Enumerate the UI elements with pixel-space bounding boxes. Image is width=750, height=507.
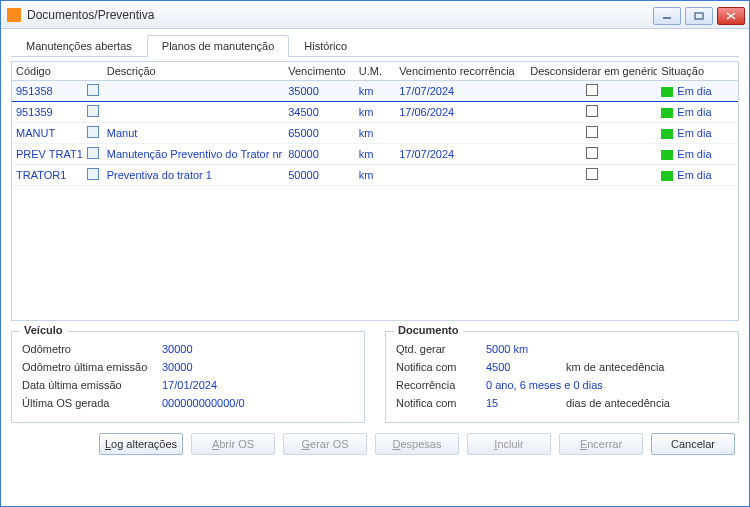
document-icon [87,126,99,138]
notifica-km-value: 4500 [486,361,536,373]
data-ult-emissao-label: Data última emissão [22,379,162,391]
cell-situacao: Em dia [657,123,738,144]
odometro-value: 30000 [162,343,193,355]
tab-manutencoes-abertas[interactable]: Manutenções abertas [11,35,147,56]
close-button[interactable] [717,7,745,25]
col-venc-recorrencia[interactable]: Vencimento recorrência [395,62,526,81]
log-alteracoes-button[interactable]: Log alterações [99,433,183,455]
abrir-os-button[interactable]: Abrir OS [191,433,275,455]
cell-doc-icon[interactable] [83,165,103,186]
col-vencimento[interactable]: Vencimento [284,62,355,81]
cell-recorrencia [395,123,526,144]
cell-codigo: 951358 [12,81,83,102]
odometro-ult-emissao-label: Odômetro última emissão [22,361,162,373]
app-window: Documentos/Preventiva Manutenções aberta… [0,0,750,507]
col-desconsiderar[interactable]: Desconsiderar em genérico [526,62,657,81]
status-indicator-icon [661,108,673,118]
cell-descricao: Manutenção Preventivo do Trator nr 1 [103,144,285,165]
tab-historico[interactable]: Histórico [289,35,362,56]
ultima-os-label: Última OS gerada [22,397,162,409]
col-um[interactable]: U.M. [355,62,395,81]
cell-desconsiderar[interactable] [526,123,657,144]
document-icon [87,84,99,96]
cell-um: km [355,123,395,144]
cell-descricao [103,81,285,102]
col-descricao[interactable]: Descrição [103,62,285,81]
panel-documento: Documento Qtd. gerar 5000 km Notifica co… [385,331,739,423]
notifica-km-suffix: km de antecedência [566,361,664,373]
table-row[interactable]: PREV TRAT1Manutenção Preventivo do Trato… [12,144,738,165]
document-icon [87,168,99,180]
odometro-label: Odômetro [22,343,162,355]
cell-situacao: Em dia [657,102,738,123]
cell-desconsiderar[interactable] [526,144,657,165]
encerrar-button[interactable]: Encerrar [559,433,643,455]
cell-situacao: Em dia [657,81,738,102]
odometro-ult-emissao-value: 30000 [162,361,193,373]
notifica-km-label: Notifica com [396,361,486,373]
despesas-button[interactable]: Despesas [375,433,459,455]
ultima-os-value: 000000000000/0 [162,397,245,409]
incluir-button[interactable]: Incluir [467,433,551,455]
cell-descricao: Preventiva do trator 1 [103,165,285,186]
titlebar: Documentos/Preventiva [1,1,749,29]
cell-doc-icon[interactable] [83,123,103,144]
cell-doc-icon[interactable] [83,102,103,123]
checkbox-icon[interactable] [586,168,598,180]
document-icon [87,105,99,117]
cell-situacao: Em dia [657,165,738,186]
cell-desconsiderar[interactable] [526,165,657,186]
window-title: Documentos/Preventiva [27,8,154,22]
minimize-button[interactable] [653,7,681,25]
status-indicator-icon [661,87,673,97]
panel-veiculo: Veículo Odômetro 30000 Odômetro última e… [11,331,365,423]
notifica-dias-label: Notifica com [396,397,486,409]
cell-vencimento: 34500 [284,102,355,123]
table-row[interactable]: TRATOR1Preventiva do trator 150000kmEm d… [12,165,738,186]
grid[interactable]: Código Descrição Vencimento U.M. Vencime… [11,61,739,321]
cell-desconsiderar[interactable] [526,102,657,123]
checkbox-icon[interactable] [586,126,598,138]
recorrencia-value: 0 ano, 6 meses e 0 dias [486,379,603,391]
cell-recorrencia [395,165,526,186]
maximize-button[interactable] [685,7,713,25]
notifica-dias-suffix: dias de antecedência [566,397,670,409]
cell-codigo: MANUT [12,123,83,144]
checkbox-icon[interactable] [586,147,598,159]
tab-planos-manutencao[interactable]: Planos de manutenção [147,35,290,57]
table-row[interactable]: 95135835000km17/07/2024Em dia [12,81,738,102]
cell-codigo: 951359 [12,102,83,123]
cancelar-button[interactable]: Cancelar [651,433,735,455]
col-situacao[interactable]: Situação [657,62,738,81]
cell-recorrencia: 17/07/2024 [395,144,526,165]
cell-recorrencia: 17/07/2024 [395,81,526,102]
cell-um: km [355,81,395,102]
svg-rect-1 [695,13,703,19]
table-row[interactable]: MANUTManut65000kmEm dia [12,123,738,144]
status-indicator-icon [661,150,673,160]
cell-vencimento: 35000 [284,81,355,102]
footer: Log alterações Abrir OS Gerar OS Despesa… [11,423,739,459]
status-indicator-icon [661,129,673,139]
cell-desconsiderar[interactable] [526,81,657,102]
checkbox-icon[interactable] [586,84,598,96]
cell-vencimento: 80000 [284,144,355,165]
minimize-icon [662,12,672,20]
col-codigo[interactable]: Código [12,62,83,81]
cell-descricao [103,102,285,123]
tabs: Manutenções abertas Planos de manutenção… [11,35,739,57]
table-row[interactable]: 95135934500km17/06/2024Em dia [12,102,738,123]
close-icon [726,12,736,20]
cell-doc-icon[interactable] [83,81,103,102]
qtd-gerar-label: Qtd. gerar [396,343,486,355]
cell-situacao: Em dia [657,144,738,165]
cell-recorrencia: 17/06/2024 [395,102,526,123]
cell-doc-icon[interactable] [83,144,103,165]
data-ult-emissao-value: 17/01/2024 [162,379,217,391]
cell-um: km [355,102,395,123]
cell-codigo: TRATOR1 [12,165,83,186]
checkbox-icon[interactable] [586,105,598,117]
gerar-os-button[interactable]: Gerar OS [283,433,367,455]
cell-descricao: Manut [103,123,285,144]
notifica-dias-value: 15 [486,397,536,409]
